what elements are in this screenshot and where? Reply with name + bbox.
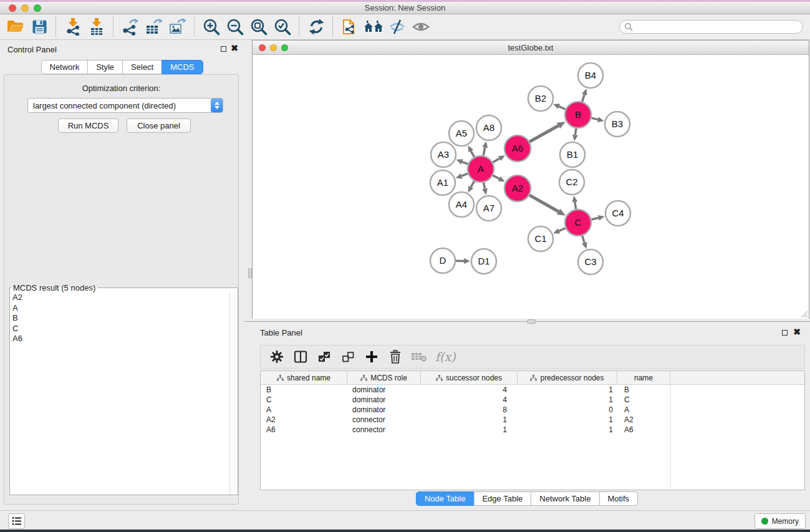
memory-button[interactable]: Memory (755, 513, 806, 529)
column-header-mcds-role[interactable]: MCDS role (347, 371, 421, 384)
graph-edge-C-C4[interactable] (591, 218, 598, 220)
column-header-successor-nodes[interactable]: successor nodes (421, 371, 518, 384)
table-panel-close-icon[interactable]: ✖ (793, 329, 801, 335)
run-mcds-button[interactable]: Run MCDS (58, 118, 118, 133)
maximize-window-button[interactable] (34, 4, 41, 12)
search-input[interactable] (635, 21, 803, 33)
show-panels-icon[interactable] (409, 16, 433, 38)
node-table[interactable]: shared name MCDS role successor nodes pr… (260, 370, 805, 490)
resize-grip-icon[interactable] (800, 310, 808, 318)
close-window-button[interactable] (9, 4, 16, 12)
graph-edge-A6-B[interactable] (529, 126, 558, 142)
graph-node-B4[interactable]: B4 (578, 63, 603, 88)
tab-network[interactable]: Network (41, 60, 88, 74)
criterion-dropdown[interactable]: largest connected component (directed) (27, 98, 223, 113)
add-column-icon[interactable] (362, 347, 382, 366)
network-window-titlebar[interactable]: testGlobe.txt (253, 41, 809, 55)
graph-edge-B-B2[interactable] (559, 107, 565, 110)
open-session-icon[interactable] (4, 16, 27, 38)
control-panel-close-icon[interactable]: ✖ (231, 45, 238, 51)
table-row[interactable]: A2connector11A2 (261, 415, 804, 425)
tab-network-table[interactable]: Network Table (531, 491, 599, 506)
zoom-out-icon[interactable] (223, 16, 247, 38)
export-network-icon[interactable] (118, 16, 142, 38)
task-history-button[interactable] (8, 513, 25, 529)
graph-edge-A-A3[interactable] (462, 162, 468, 164)
graph-node-A[interactable]: A (468, 156, 494, 182)
vertical-splitter-handle[interactable] (248, 268, 252, 278)
refresh-layout-icon[interactable] (304, 16, 328, 38)
graph-node-A6[interactable]: A6 (504, 135, 531, 162)
tab-motifs[interactable]: Motifs (599, 491, 638, 506)
deselect-all-rows-icon[interactable] (338, 347, 358, 366)
export-table-icon[interactable] (142, 16, 166, 38)
mcds-result-list[interactable]: A2ABCA6 (10, 293, 238, 495)
mcds-result-item[interactable]: B (10, 313, 238, 324)
table-row[interactable]: Cdominator41C (261, 395, 804, 405)
apply-function-icon[interactable]: f(x) (435, 350, 456, 364)
graph-node-D[interactable]: D (430, 248, 455, 273)
graph-node-B1[interactable]: B1 (560, 142, 585, 167)
graph-edge-B-B1[interactable] (575, 128, 576, 135)
save-session-icon[interactable] (27, 16, 51, 38)
import-table-icon[interactable] (85, 16, 108, 38)
graph-edge-B-B4[interactable] (582, 94, 585, 102)
graph-node-A8[interactable]: A8 (476, 115, 501, 140)
mcds-result-item[interactable]: A2 (10, 293, 238, 303)
zoom-fit-icon[interactable] (247, 16, 271, 38)
tab-edge-table[interactable]: Edge Table (473, 491, 531, 506)
graph-node-C4[interactable]: C4 (605, 201, 630, 226)
delete-column-icon[interactable] (385, 347, 405, 366)
table-settings-icon[interactable] (267, 347, 287, 366)
graph-edge-A-A4[interactable] (471, 181, 474, 187)
graph-edge-A-A6[interactable] (493, 158, 499, 162)
graph-node-A3[interactable]: A3 (431, 142, 456, 167)
graph-node-A5[interactable]: A5 (449, 121, 474, 146)
graph-edge-A-A5[interactable] (471, 151, 474, 157)
export-image-icon[interactable] (166, 16, 190, 38)
graph-edge-B-B3[interactable] (591, 118, 597, 119)
graph-node-A7[interactable]: A7 (476, 196, 501, 221)
tab-style[interactable]: Style (87, 60, 123, 74)
mcds-result-item[interactable]: A6 (10, 334, 238, 344)
graph-node-B[interactable]: B (565, 102, 591, 128)
graph-edge-C-C3[interactable] (582, 236, 585, 243)
table-panel-float-icon[interactable] (782, 330, 788, 336)
network-canvas[interactable]: B4B2BB3A8A5A6A3B1AA1C2A2A4A7C4CC1C3DD1 (253, 55, 809, 319)
graph-node-C2[interactable]: C2 (559, 170, 584, 195)
graph-edge-A-A7[interactable] (483, 183, 485, 189)
close-panel-button[interactable]: Close panel (127, 118, 191, 133)
import-network-icon[interactable] (61, 16, 85, 38)
hide-panels-icon[interactable] (385, 16, 409, 38)
select-all-rows-icon[interactable] (314, 347, 334, 366)
column-header-name[interactable]: name (617, 371, 670, 384)
graph-node-B2[interactable]: B2 (528, 86, 553, 111)
graph-node-D1[interactable]: D1 (471, 249, 496, 274)
network-minimize-button[interactable] (270, 44, 277, 51)
new-network-from-file-icon[interactable] (338, 16, 362, 38)
search-field[interactable] (619, 20, 803, 34)
tab-node-table[interactable]: Node Table (416, 491, 475, 506)
graph-node-C1[interactable]: C1 (528, 226, 553, 251)
column-header-predecessor-nodes[interactable]: predecessor nodes (518, 371, 617, 384)
home-views-icon[interactable] (362, 16, 385, 38)
graph-edge-A-A2[interactable] (493, 175, 499, 178)
table-row[interactable]: A6connector11A6 (261, 425, 804, 435)
graph-node-C3[interactable]: C3 (578, 249, 603, 274)
graph-node-A1[interactable]: A1 (430, 170, 455, 195)
control-panel-float-icon[interactable] (221, 46, 226, 52)
graph-edge-C-C1[interactable] (559, 228, 565, 231)
minimize-window-button[interactable] (21, 4, 29, 12)
tab-select[interactable]: Select (122, 60, 162, 74)
graph-edge-A-A1[interactable] (461, 173, 468, 176)
mcds-result-item[interactable]: C (10, 324, 238, 334)
graph-edge-C-C2[interactable] (575, 202, 576, 210)
graph-node-A2[interactable]: A2 (504, 175, 531, 201)
zoom-in-icon[interactable] (200, 16, 223, 38)
show-columns-icon[interactable] (291, 347, 311, 366)
tab-mcds[interactable]: MCDS (162, 60, 203, 74)
mcds-result-item[interactable]: A (10, 303, 238, 314)
graph-node-C[interactable]: C (565, 210, 591, 236)
network-graph[interactable]: B4B2BB3A8A5A6A3B1AA1C2A2A4A7C4CC1C3DD1 (253, 55, 809, 319)
zoom-selected-icon[interactable] (271, 16, 294, 38)
